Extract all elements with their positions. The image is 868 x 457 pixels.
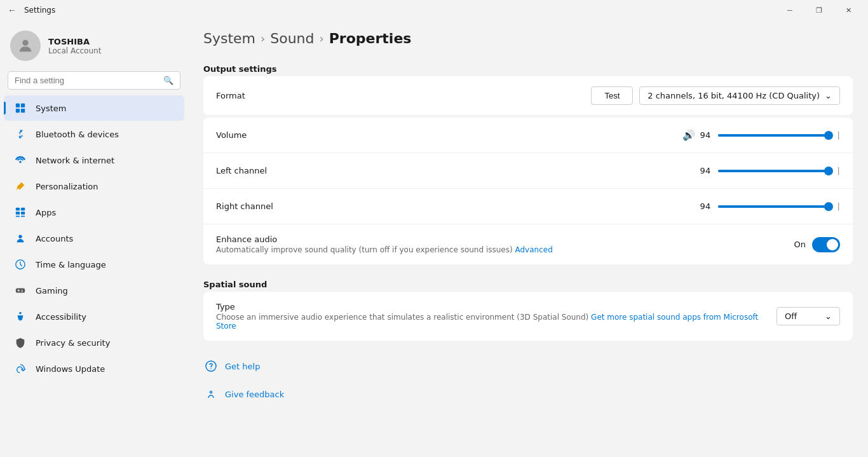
enhance-audio-row: Enhance audio Automatically improve soun… <box>203 224 853 264</box>
spatial-sound-card: Type Choose an immersive audio experienc… <box>203 292 853 341</box>
system-icon <box>14 102 27 114</box>
volume-thumb[interactable] <box>824 131 833 140</box>
svg-point-14 <box>19 312 22 315</box>
spatial-sound-header: Spatial sound <box>203 275 853 292</box>
left-channel-label: Left channel <box>216 166 700 175</box>
left-channel-end-icon: | <box>837 166 840 175</box>
give-feedback-text[interactable]: Give feedback <box>225 390 284 399</box>
nav-list: System Bluetooth & devices Network & int… <box>0 95 188 382</box>
left-channel-slider-container: 94 | <box>700 166 840 175</box>
sidebar-item-bluetooth[interactable]: Bluetooth & devices <box>4 121 184 147</box>
advanced-link[interactable]: Advanced <box>515 245 552 254</box>
window-controls: ─ ❐ ✕ <box>775 0 863 20</box>
app-title: Settings <box>24 6 55 15</box>
test-button[interactable]: Test <box>591 86 633 105</box>
user-section: TOSHIBA Local Account <box>0 20 188 69</box>
volume-row: Volume 🔊 94 | <box>203 118 853 153</box>
left-channel-thumb[interactable] <box>824 167 833 175</box>
sidebar-item-windowsupdate[interactable]: Windows Update <box>4 356 184 381</box>
left-channel-row: Left channel 94 | <box>203 153 853 189</box>
right-channel-label: Right channel <box>216 201 700 211</box>
svg-rect-10 <box>21 215 25 217</box>
sidebar-item-privacy[interactable]: Privacy & security <box>4 330 184 355</box>
sidebar-item-system[interactable]: System <box>4 95 184 121</box>
volume-slider-container: 🔊 94 | <box>682 129 840 141</box>
toggle-knob <box>827 239 838 250</box>
svg-rect-5 <box>16 208 20 211</box>
dropdown-chevron-icon: ⌄ <box>825 91 832 100</box>
format-value: 2 channels, 16 bit, 44100 Hz (CD Quality… <box>648 91 820 100</box>
get-help-text[interactable]: Get help <box>225 362 260 371</box>
give-feedback-item[interactable]: Give feedback <box>203 381 853 407</box>
user-icon <box>17 37 34 55</box>
svg-point-0 <box>22 40 28 46</box>
maximize-button[interactable]: ❐ <box>804 0 834 20</box>
sidebar-item-windowsupdate-label: Windows Update <box>36 364 105 374</box>
right-channel-end-icon: | <box>837 201 840 211</box>
svg-rect-2 <box>21 104 25 107</box>
volume-slider[interactable] <box>718 134 832 137</box>
personalization-icon <box>14 180 27 193</box>
spatial-sound-section: Spatial sound Type Choose an immersive a… <box>203 275 853 341</box>
sidebar-item-accessibility[interactable]: Accessibility <box>4 304 184 329</box>
svg-rect-1 <box>16 104 20 107</box>
volume-fill <box>718 134 825 137</box>
sidebar-item-apps[interactable]: Apps <box>4 200 184 225</box>
sidebar-item-gaming[interactable]: Gaming <box>4 278 184 303</box>
breadcrumb-current: Properties <box>329 31 412 46</box>
content-area: System › Sound › Properties Output setti… <box>188 20 868 457</box>
search-icon: 🔍 <box>163 76 173 85</box>
title-bar-left: ← Settings <box>5 3 55 18</box>
user-name: TOSHIBA <box>48 37 101 46</box>
back-button[interactable]: ← <box>5 3 19 18</box>
right-channel-fill <box>718 205 825 208</box>
svg-point-17 <box>210 391 213 394</box>
svg-rect-8 <box>21 212 25 215</box>
spatial-type-value: Off <box>785 311 797 321</box>
get-help-item[interactable]: Get help <box>203 353 853 379</box>
enhance-audio-toggle[interactable] <box>812 237 840 252</box>
sidebar-item-privacy-label: Privacy & security <box>36 338 110 348</box>
volume-icon: 🔊 <box>682 129 695 141</box>
windowsupdate-icon <box>14 362 27 375</box>
footer-links: Get help Give feedback <box>203 353 853 407</box>
svg-rect-7 <box>16 212 20 215</box>
left-channel-fill <box>718 170 825 172</box>
svg-rect-9 <box>16 215 20 217</box>
left-channel-slider[interactable] <box>718 170 832 172</box>
sidebar-item-network[interactable]: Network & internet <box>4 147 184 173</box>
breadcrumb: System › Sound › Properties <box>203 20 853 59</box>
breadcrumb-sound[interactable]: Sound <box>270 31 314 46</box>
sidebar-item-gaming-label: Gaming <box>36 286 68 296</box>
sidebar-item-apps-label: Apps <box>36 208 56 217</box>
left-channel-value: 94 <box>700 166 713 175</box>
format-label: Format <box>216 91 591 100</box>
sidebar-item-personalization[interactable]: Personalization <box>4 174 184 199</box>
search-input[interactable] <box>15 76 158 85</box>
user-subtitle: Local Account <box>48 46 101 55</box>
time-icon <box>14 258 27 271</box>
enhance-audio-sub: Automatically improve sound quality (tur… <box>216 245 794 254</box>
user-info: TOSHIBA Local Account <box>48 37 101 55</box>
spatial-type-dropdown[interactable]: Off ⌄ <box>776 307 840 325</box>
breadcrumb-system[interactable]: System <box>203 31 255 46</box>
breadcrumb-sep-1: › <box>261 32 265 45</box>
minimize-button[interactable]: ─ <box>775 0 804 20</box>
right-channel-thumb[interactable] <box>824 202 833 211</box>
sidebar-item-time[interactable]: Time & language <box>4 252 184 277</box>
sidebar-item-network-label: Network & internet <box>36 156 114 165</box>
svg-rect-13 <box>16 288 25 292</box>
volume-end-icon: | <box>837 130 840 140</box>
gaming-icon <box>14 284 27 297</box>
sidebar-item-accounts[interactable]: Accounts <box>4 226 184 251</box>
accessibility-icon <box>14 310 27 323</box>
enhance-audio-controls: On <box>794 237 840 252</box>
search-box[interactable]: 🔍 <box>8 71 180 90</box>
close-button[interactable]: ✕ <box>834 0 863 20</box>
svg-rect-4 <box>21 109 25 113</box>
privacy-icon <box>14 336 27 349</box>
svg-point-16 <box>210 368 212 369</box>
volume-value: 94 <box>700 130 713 140</box>
right-channel-slider[interactable] <box>718 205 832 208</box>
format-dropdown[interactable]: 2 channels, 16 bit, 44100 Hz (CD Quality… <box>639 86 840 105</box>
